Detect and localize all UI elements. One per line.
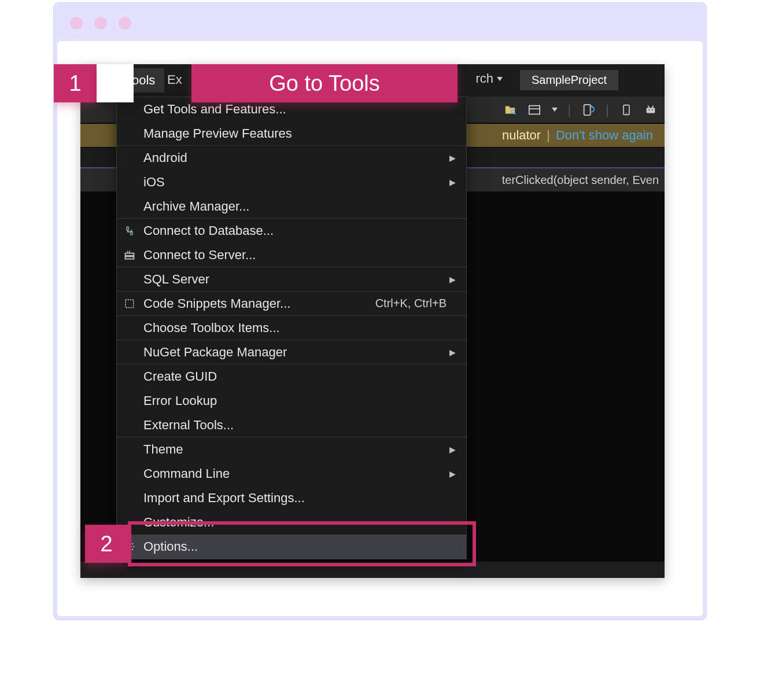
- snippet-icon: [123, 297, 136, 311]
- submenu-arrow-icon: ▶: [449, 445, 456, 454]
- menu-item-connect-database[interactable]: Connect to Database...: [117, 219, 466, 243]
- svg-rect-2: [529, 105, 539, 114]
- menu-item-label: Command Line: [143, 466, 230, 481]
- menu-item-toolbox-items[interactable]: Choose Toolbox Items...: [117, 316, 466, 340]
- svg-point-10: [648, 109, 650, 110]
- menu-item-ios[interactable]: iOS ▶: [117, 170, 466, 194]
- svg-rect-7: [647, 108, 655, 113]
- annotation-step-1-number: 1: [54, 64, 97, 102]
- annotation-step-1-label: Go to Tools: [191, 64, 458, 102]
- notice-separator: |: [547, 128, 550, 143]
- window-dot: [119, 17, 131, 30]
- folder-search-icon[interactable]: [503, 103, 517, 117]
- search-label-fragment: rch: [475, 71, 493, 86]
- menu-item-label: iOS: [143, 175, 165, 190]
- svg-rect-4: [584, 104, 591, 115]
- menu-item-archive-manager[interactable]: Archive Manager...: [117, 194, 466, 219]
- menu-item-command-line[interactable]: Command Line ▶: [117, 462, 466, 486]
- search-box-fragment[interactable]: rch: [475, 71, 503, 86]
- annotation-step-2-number: 2: [85, 525, 128, 563]
- phone-device-icon[interactable]: [619, 103, 633, 117]
- menu-item-label: NuGet Package Manager: [143, 345, 287, 360]
- menu-item-label: Get Tools and Features...: [143, 102, 286, 117]
- menu-item-shortcut: Ctrl+K, Ctrl+B: [375, 297, 447, 310]
- menu-item-label: Error Lookup: [143, 393, 217, 408]
- svg-rect-12: [126, 253, 134, 255]
- menu-item-nuget[interactable]: NuGet Package Manager ▶: [117, 340, 466, 364]
- menu-item-import-export[interactable]: Import and Export Settings...: [117, 486, 466, 510]
- chevron-down-icon[interactable]: [552, 108, 558, 112]
- menu-item-label: Android: [143, 150, 187, 165]
- submenu-arrow-icon: ▶: [449, 348, 456, 357]
- menu-item-sql-server[interactable]: SQL Server ▶: [117, 267, 466, 292]
- svg-line-9: [652, 105, 654, 108]
- svg-point-11: [652, 109, 653, 110]
- window-traffic-lights: [70, 17, 131, 30]
- menu-item-preview-features[interactable]: Manage Preview Features: [117, 121, 466, 146]
- menu-item-label: Code Snippets Manager...: [143, 296, 290, 311]
- submenu-arrow-icon: ▶: [449, 178, 456, 187]
- svg-rect-13: [126, 256, 134, 259]
- menu-item-label: Connect to Server...: [143, 248, 256, 263]
- window-split-icon[interactable]: [527, 103, 541, 117]
- menu-item-android[interactable]: Android ▶: [117, 146, 466, 170]
- menu-fragment: Ex: [167, 72, 182, 87]
- menu-item-label: Create GUID: [143, 369, 217, 384]
- method-nav-fragment: terClicked(object sender, Even: [502, 174, 659, 187]
- browser-window-frame: Tools Ex rch SampleProject |: [53, 2, 707, 620]
- menu-item-connect-server[interactable]: Connect to Server...: [117, 243, 466, 267]
- menu-item-label: Theme: [143, 442, 183, 457]
- tools-dropdown-menu: Get Tools and Features... Manage Preview…: [116, 97, 467, 559]
- menu-item-label: Archive Manager...: [143, 199, 249, 214]
- refresh-device-icon[interactable]: [581, 103, 595, 117]
- annotation-label-text: Go to Tools: [269, 71, 380, 96]
- menu-item-label: Import and Export Settings...: [143, 491, 305, 506]
- annotation-number-text: 1: [69, 71, 81, 96]
- visual-studio-window: Tools Ex rch SampleProject |: [80, 64, 665, 578]
- menu-item-create-guid[interactable]: Create GUID: [117, 364, 466, 389]
- menu-item-label: Manage Preview Features: [143, 126, 292, 141]
- submenu-arrow-icon: ▶: [449, 153, 456, 163]
- menu-item-label: Connect to Database...: [143, 223, 274, 238]
- svg-line-1: [514, 112, 515, 114]
- menu-item-error-lookup[interactable]: Error Lookup: [117, 389, 466, 413]
- window-dot: [70, 17, 83, 30]
- submenu-arrow-icon: ▶: [449, 469, 456, 478]
- annotation-step-2-highlight: [128, 521, 476, 566]
- page-content: Tools Ex rch SampleProject |: [57, 41, 703, 616]
- annotation-spacer: [97, 64, 134, 102]
- submenu-arrow-icon: ▶: [449, 275, 456, 284]
- menu-item-label: SQL Server: [143, 272, 209, 287]
- menu-item-external-tools[interactable]: External Tools...: [117, 413, 466, 437]
- plug-server-icon: [123, 248, 136, 262]
- svg-point-6: [626, 113, 627, 114]
- menu-item-code-snippets[interactable]: Code Snippets Manager... Ctrl+K, Ctrl+B: [117, 292, 466, 316]
- svg-line-8: [648, 105, 649, 108]
- window-dot: [94, 17, 107, 30]
- android-device-icon[interactable]: [644, 103, 658, 117]
- menu-item-label: External Tools...: [143, 418, 234, 433]
- solution-name-pill[interactable]: SampleProject: [520, 70, 618, 90]
- menu-item-label: Choose Toolbox Items...: [143, 320, 280, 336]
- svg-rect-14: [126, 300, 134, 308]
- annotation-number-text: 2: [100, 532, 112, 557]
- notice-dont-show-link[interactable]: Don't show again: [556, 128, 653, 143]
- notice-text-fragment: nulator: [502, 128, 541, 143]
- menu-item-theme[interactable]: Theme ▶: [117, 437, 466, 462]
- plug-database-icon: [123, 224, 136, 238]
- chevron-down-icon: [497, 77, 503, 81]
